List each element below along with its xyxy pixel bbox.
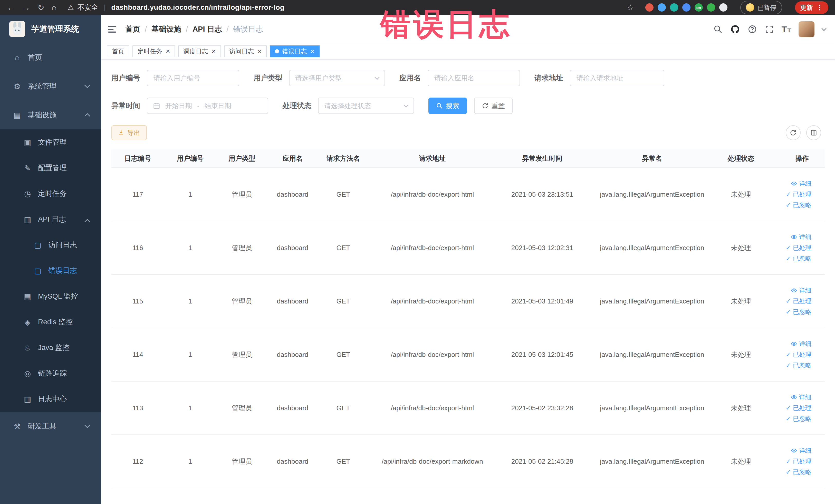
breadcrumb-item[interactable]: 基础设施 xyxy=(151,24,181,35)
chevron-down-icon xyxy=(374,75,380,80)
close-icon[interactable]: × xyxy=(211,48,216,55)
exception-time-range[interactable]: 开始日期 - 结束日期 xyxy=(147,98,268,114)
cell-user_id: 1 xyxy=(164,351,217,359)
tab-home[interactable]: 首页 xyxy=(107,45,129,57)
tab-schedule-log[interactable]: 调度日志× xyxy=(178,45,221,57)
tab-error-log[interactable]: 错误日志× xyxy=(270,45,320,57)
ignored-link[interactable]: ✓已忽略 xyxy=(786,255,811,263)
extension-icon[interactable] xyxy=(707,3,715,12)
cell-method: GET xyxy=(318,404,369,412)
extension-icon[interactable] xyxy=(645,3,653,12)
font-size-icon[interactable]: TT xyxy=(781,24,791,35)
cell-user_type: 管理员 xyxy=(217,297,268,306)
reset-button[interactable]: 重置 xyxy=(474,98,513,114)
breadcrumb-item[interactable]: API 日志 xyxy=(192,24,222,35)
cell-user_id: 1 xyxy=(164,458,217,465)
process-status-select[interactable]: 请选择处理状态 xyxy=(318,98,414,114)
tab-access-log[interactable]: 访问日志× xyxy=(224,45,267,57)
breadcrumb-item[interactable]: 首页 xyxy=(125,24,140,35)
extension-icon[interactable] xyxy=(682,3,691,12)
ignored-link[interactable]: ✓已忽略 xyxy=(786,415,811,423)
column-header: 请求方法名 xyxy=(318,154,369,163)
processed-link[interactable]: ✓已处理 xyxy=(786,244,811,252)
github-icon[interactable] xyxy=(730,24,740,34)
sidebar-item-api-log[interactable]: ▥API 日志 xyxy=(0,206,101,232)
processed-link[interactable]: ✓已处理 xyxy=(786,457,811,465)
refresh-button[interactable] xyxy=(786,125,801,140)
close-icon[interactable]: × xyxy=(258,48,262,55)
address-divider: | xyxy=(104,4,105,12)
sidebar-item-redis-monitor[interactable]: ◈Redis 监控 xyxy=(0,309,101,335)
bookmark-star-icon[interactable]: ☆ xyxy=(627,3,634,12)
chevron-down-icon[interactable] xyxy=(821,26,827,31)
breadcrumb: 首页/基础设施/API 日志/错误日志 xyxy=(125,24,263,35)
search-icon[interactable] xyxy=(713,25,722,34)
extension-icon[interactable] xyxy=(670,3,678,12)
processed-link[interactable]: ✓已处理 xyxy=(786,297,811,305)
trace-icon: ◎ xyxy=(22,369,33,378)
sidebar-item-config-management[interactable]: ✎配置管理 xyxy=(0,155,101,181)
detail-link[interactable]: 详细 xyxy=(791,340,811,348)
paused-label: 已暂停 xyxy=(757,3,776,12)
address-bar[interactable]: ⚠ 不安全 | dashboard.yudao.iocoder.cn/infra… xyxy=(68,3,284,12)
fullscreen-icon[interactable] xyxy=(765,25,774,34)
sidebar-item-mysql-monitor[interactable]: ▦MySQL 监控 xyxy=(0,283,101,309)
forward-icon[interactable]: → xyxy=(22,3,30,12)
detail-link[interactable]: 详细 xyxy=(791,393,811,401)
cell-user_id: 1 xyxy=(164,244,217,252)
filter-request-url: 请求地址 xyxy=(534,70,664,86)
update-button[interactable]: 更新 ⋮ xyxy=(795,1,828,14)
back-icon[interactable]: ← xyxy=(7,3,15,12)
extension-icon[interactable]: on xyxy=(695,3,703,12)
sidebar-item-java-monitor[interactable]: ♨Java 监控 xyxy=(0,335,101,361)
start-date-placeholder: 开始日期 xyxy=(165,101,192,110)
detail-link[interactable]: 详细 xyxy=(791,180,811,188)
user-type-select[interactable]: 请选择用户类型 xyxy=(289,70,385,86)
java-icon: ♨ xyxy=(22,343,33,352)
paused-button[interactable]: 已暂停 xyxy=(740,1,782,14)
app-logo[interactable]: 芋道管理系统 xyxy=(0,15,101,43)
detail-link[interactable]: 详细 xyxy=(791,446,811,455)
app-name-input[interactable] xyxy=(428,70,520,86)
action-label: 详细 xyxy=(799,446,811,455)
sidebar-item-file-management[interactable]: ▣文件管理 xyxy=(0,129,101,155)
request-url-input[interactable] xyxy=(570,70,664,86)
processed-link[interactable]: ✓已处理 xyxy=(786,190,811,199)
close-icon[interactable]: × xyxy=(310,48,314,55)
sidebar-item-system-management[interactable]: ⚙系统管理 xyxy=(0,72,101,101)
column-header: 操作 xyxy=(766,154,825,163)
sidebar-item-link-tracing[interactable]: ◎链路追踪 xyxy=(0,361,101,386)
help-icon[interactable] xyxy=(748,25,757,34)
search-button[interactable]: 搜索 xyxy=(428,98,467,114)
sidebar-item-log-center[interactable]: ▥日志中心 xyxy=(0,386,101,412)
sidebar-item-error-log[interactable]: ▢错误日志 xyxy=(0,258,101,283)
extension-icon[interactable] xyxy=(658,3,666,12)
smiley-icon xyxy=(746,3,754,12)
extension-icon[interactable] xyxy=(719,3,728,12)
user-id-input[interactable] xyxy=(147,70,239,86)
hamburger-icon[interactable] xyxy=(107,24,118,35)
filter-app-name: 应用名 xyxy=(400,70,520,86)
export-button[interactable]: 导出 xyxy=(111,125,147,140)
processed-link[interactable]: ✓已处理 xyxy=(786,404,811,412)
ignored-link[interactable]: ✓已忽略 xyxy=(786,361,811,369)
sidebar-item-infrastructure[interactable]: ▤基础设施 xyxy=(0,101,101,129)
browser-home-icon[interactable]: ⌂ xyxy=(52,3,57,12)
ignored-link[interactable]: ✓已忽略 xyxy=(786,308,811,316)
ignored-link[interactable]: ✓已忽略 xyxy=(786,201,811,209)
sidebar-item-dev-tools[interactable]: ⚒研发工具 xyxy=(0,412,101,441)
redis-icon: ◈ xyxy=(22,318,33,327)
sidebar-item-scheduled-tasks[interactable]: ◷定时任务 xyxy=(0,181,101,206)
processed-link[interactable]: ✓已处理 xyxy=(786,350,811,359)
detail-link[interactable]: 详细 xyxy=(791,233,811,241)
detail-link[interactable]: 详细 xyxy=(791,286,811,295)
reload-icon[interactable]: ↻ xyxy=(38,3,44,12)
column-settings-button[interactable] xyxy=(806,125,821,140)
sidebar-item-home[interactable]: ⌂首页 xyxy=(0,43,101,72)
avatar[interactable] xyxy=(798,21,814,37)
column-header: 异常名 xyxy=(589,154,716,163)
close-icon[interactable]: × xyxy=(166,48,170,55)
sidebar-item-access-log[interactable]: ▢访问日志 xyxy=(0,232,101,258)
ignored-link[interactable]: ✓已忽略 xyxy=(786,468,811,476)
tab-scheduled-tasks[interactable]: 定时任务× xyxy=(133,45,175,57)
